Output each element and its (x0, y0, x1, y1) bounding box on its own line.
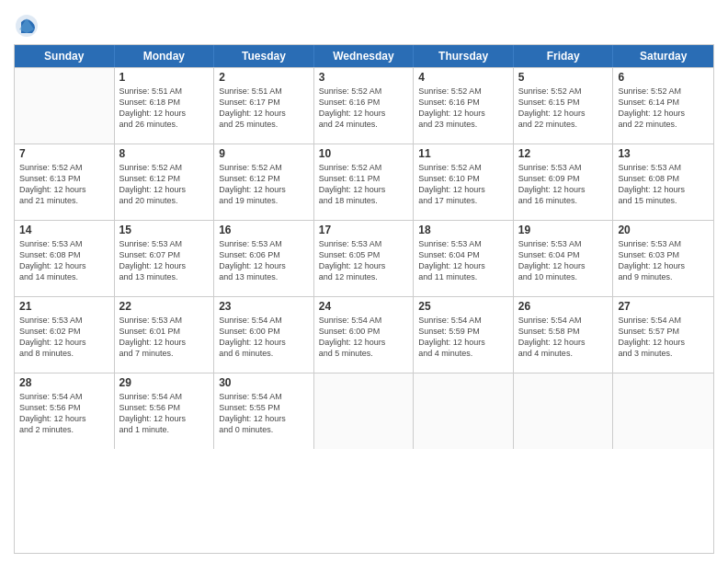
cal-cell: 8Sunrise: 5:52 AMSunset: 6:12 PMDaylight… (115, 144, 215, 220)
cell-info-line: Daylight: 12 hours (119, 260, 210, 271)
day-number: 21 (19, 300, 109, 313)
cell-info-line: Sunrise: 5:52 AM (518, 86, 609, 97)
cell-info-line: Sunset: 6:11 PM (319, 173, 409, 184)
cell-info-line: Daylight: 12 hours (618, 260, 709, 271)
cell-info-line: Sunrise: 5:52 AM (219, 162, 309, 173)
cal-cell: 12Sunrise: 5:53 AMSunset: 6:09 PMDayligh… (514, 144, 614, 220)
cell-info-line: and 14 minutes. (19, 271, 109, 282)
cell-info-line: Sunrise: 5:53 AM (418, 238, 508, 249)
cell-info-line: Sunrise: 5:54 AM (219, 315, 309, 326)
day-number: 23 (219, 300, 309, 313)
cell-info-line: and 0 minutes. (219, 424, 309, 435)
cell-info-line: Daylight: 12 hours (618, 184, 709, 195)
calendar: SundayMondayTuesdayWednesdayThursdayFrid… (14, 44, 714, 554)
cell-info-line: Sunset: 5:55 PM (219, 402, 309, 413)
cal-cell: 30Sunrise: 5:54 AMSunset: 5:55 PMDayligh… (214, 373, 314, 449)
cell-info-line: Daylight: 12 hours (518, 108, 609, 119)
cell-info-line: Sunrise: 5:54 AM (219, 391, 309, 402)
cell-info-line: and 21 minutes. (19, 195, 109, 206)
cell-info-line: Daylight: 12 hours (319, 184, 409, 195)
day-number: 5 (518, 71, 609, 84)
cell-info-line: Sunrise: 5:52 AM (19, 162, 109, 173)
cell-info-line: Sunrise: 5:54 AM (19, 391, 109, 402)
cell-info-line: and 15 minutes. (618, 195, 709, 206)
day-number: 3 (319, 71, 409, 84)
cell-info-line: Sunrise: 5:53 AM (119, 238, 210, 249)
cal-cell: 20Sunrise: 5:53 AMSunset: 6:03 PMDayligh… (613, 221, 713, 296)
cal-cell (414, 373, 514, 449)
cell-info-line: Sunrise: 5:54 AM (418, 315, 508, 326)
cell-info-line: Sunrise: 5:53 AM (119, 315, 210, 326)
day-number: 16 (219, 224, 309, 236)
cell-info-line: Sunrise: 5:51 AM (119, 86, 210, 97)
cell-info-line: and 20 minutes. (119, 195, 210, 206)
header (14, 9, 714, 39)
cell-info-line: Daylight: 12 hours (219, 260, 309, 271)
cell-info-line: Sunset: 6:16 PM (319, 97, 409, 108)
cal-cell: 9Sunrise: 5:52 AMSunset: 6:12 PMDaylight… (214, 144, 314, 220)
cell-info-line: Sunset: 6:15 PM (518, 97, 609, 108)
cell-info-line: and 2 minutes. (19, 424, 109, 435)
cell-info-line: Sunset: 6:08 PM (618, 173, 709, 184)
cell-info-line: and 9 minutes. (618, 271, 709, 282)
cell-info-line: and 12 minutes. (319, 271, 409, 282)
day-number: 29 (119, 376, 210, 389)
cal-header-friday: Friday (514, 45, 614, 67)
cal-cell: 6Sunrise: 5:52 AMSunset: 6:14 PMDaylight… (613, 68, 713, 144)
day-number: 27 (618, 300, 709, 313)
cell-info-line: Daylight: 12 hours (19, 260, 109, 271)
cell-info-line: Sunrise: 5:51 AM (219, 86, 309, 97)
cell-info-line: Daylight: 12 hours (319, 337, 409, 348)
cal-cell: 10Sunrise: 5:52 AMSunset: 6:11 PMDayligh… (314, 144, 415, 220)
cell-info-line: Sunset: 6:09 PM (518, 173, 609, 184)
cell-info-line: Sunset: 6:07 PM (119, 249, 210, 260)
cell-info-line: and 26 minutes. (119, 119, 210, 130)
cell-info-line: Sunrise: 5:53 AM (518, 238, 609, 249)
day-number: 17 (319, 224, 409, 236)
day-number: 15 (119, 224, 210, 236)
cal-cell: 16Sunrise: 5:53 AMSunset: 6:06 PMDayligh… (214, 221, 314, 296)
cell-info-line: Sunrise: 5:54 AM (119, 391, 210, 402)
day-number: 30 (219, 376, 309, 389)
cell-info-line: and 18 minutes. (319, 195, 409, 206)
cal-week-2: 7Sunrise: 5:52 AMSunset: 6:13 PMDaylight… (15, 144, 713, 220)
cal-header-saturday: Saturday (613, 45, 713, 67)
cell-info-line: Sunset: 6:12 PM (119, 173, 210, 184)
cell-info-line: Sunset: 6:01 PM (119, 326, 210, 337)
cell-info-line: Sunset: 6:05 PM (319, 249, 409, 260)
cell-info-line: Daylight: 12 hours (219, 413, 309, 424)
cell-info-line: and 22 minutes. (518, 119, 609, 130)
day-number: 2 (219, 71, 309, 84)
day-number: 24 (319, 300, 409, 313)
cal-cell: 27Sunrise: 5:54 AMSunset: 5:57 PMDayligh… (613, 297, 713, 373)
cal-header-sunday: Sunday (15, 45, 115, 67)
cell-info-line: Sunset: 6:18 PM (119, 97, 210, 108)
cell-info-line: Sunset: 6:16 PM (418, 97, 508, 108)
cell-info-line: Sunrise: 5:53 AM (319, 238, 409, 249)
cell-info-line: Sunset: 6:12 PM (219, 173, 309, 184)
cal-cell: 23Sunrise: 5:54 AMSunset: 6:00 PMDayligh… (214, 297, 314, 373)
day-number: 18 (418, 224, 508, 236)
logo-icon (14, 13, 40, 39)
cal-cell: 25Sunrise: 5:54 AMSunset: 5:59 PMDayligh… (414, 297, 514, 373)
cal-cell: 19Sunrise: 5:53 AMSunset: 6:04 PMDayligh… (514, 221, 614, 296)
cal-cell: 2Sunrise: 5:51 AMSunset: 6:17 PMDaylight… (214, 68, 314, 144)
cell-info-line: Sunset: 6:03 PM (618, 249, 709, 260)
cell-info-line: Sunrise: 5:53 AM (518, 162, 609, 173)
cal-cell: 11Sunrise: 5:52 AMSunset: 6:10 PMDayligh… (414, 144, 514, 220)
cal-cell: 14Sunrise: 5:53 AMSunset: 6:08 PMDayligh… (15, 221, 115, 296)
cell-info-line: Daylight: 12 hours (518, 260, 609, 271)
cal-cell (514, 373, 614, 449)
cell-info-line: Sunset: 6:02 PM (19, 326, 109, 337)
cal-week-5: 28Sunrise: 5:54 AMSunset: 5:56 PMDayligh… (15, 373, 713, 449)
cell-info-line: Daylight: 12 hours (119, 184, 210, 195)
cell-info-line: Daylight: 12 hours (119, 108, 210, 119)
cell-info-line: Sunrise: 5:52 AM (319, 162, 409, 173)
day-number: 14 (19, 224, 109, 236)
cal-cell: 26Sunrise: 5:54 AMSunset: 5:58 PMDayligh… (514, 297, 614, 373)
cal-cell (314, 373, 415, 449)
cell-info-line: Daylight: 12 hours (319, 260, 409, 271)
cell-info-line: and 5 minutes. (319, 348, 409, 359)
cell-info-line: Daylight: 12 hours (418, 260, 508, 271)
cell-info-line: and 19 minutes. (219, 195, 309, 206)
